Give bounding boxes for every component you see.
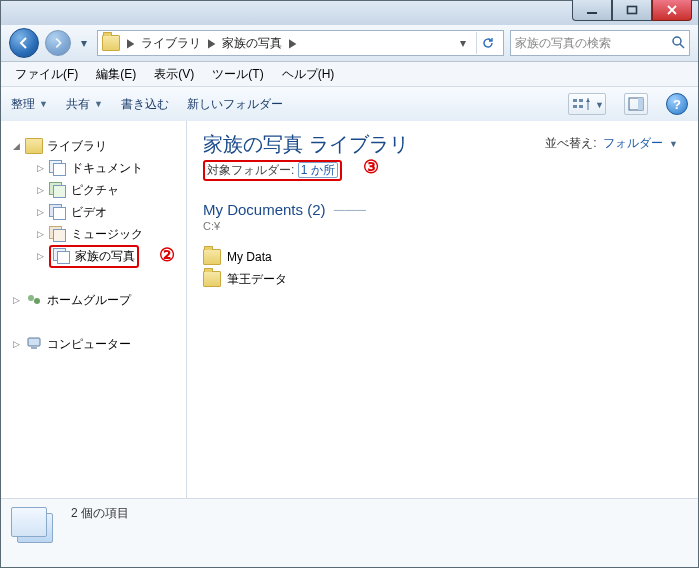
svg-rect-13 xyxy=(28,338,40,346)
annotation-2: ② xyxy=(159,244,175,266)
address-bar[interactable]: ▶ ライブラリ ▶ 家族の写真 ▶ ▾ xyxy=(97,30,504,56)
list-item[interactable]: My Data xyxy=(203,246,682,268)
chevron-right-icon[interactable]: ▷ xyxy=(35,229,45,239)
svg-rect-14 xyxy=(31,347,37,349)
pictures-icon xyxy=(49,182,67,198)
organize-button[interactable]: 整理 ▼ xyxy=(11,96,48,113)
videos-icon xyxy=(49,204,67,220)
new-folder-button[interactable]: 新しいフォルダー xyxy=(187,96,283,113)
tree-label: 家族の写真 xyxy=(75,248,135,265)
address-bar-row: ▾ ▶ ライブラリ ▶ 家族の写真 ▶ ▾ 家族の写真の検索 xyxy=(1,25,698,62)
svg-point-12 xyxy=(34,298,40,304)
menu-help[interactable]: ヘルプ(H) xyxy=(274,64,343,85)
preview-pane-button[interactable] xyxy=(624,93,648,115)
list-item[interactable]: 筆王データ xyxy=(203,268,682,290)
svg-rect-10 xyxy=(638,98,643,110)
libraries-icon xyxy=(25,138,43,154)
details-pane: 2 個の項目 xyxy=(1,498,698,567)
menu-bar: ファイル(F) 編集(E) 表示(V) ツール(T) ヘルプ(H) xyxy=(1,62,698,87)
history-dropdown[interactable]: ▾ xyxy=(77,32,91,54)
view-mode-button[interactable]: ▼ xyxy=(568,93,606,115)
library-targets: 対象フォルダー: 1 か所 ③ xyxy=(203,162,682,179)
tree-label: ピクチャ xyxy=(71,182,119,199)
computer-icon xyxy=(25,336,43,352)
breadcrumb-separator: ▶ xyxy=(287,36,297,50)
sort-by[interactable]: 並べ替え: フォルダー ▼ xyxy=(545,135,678,152)
breadcrumb-current[interactable]: 家族の写真 xyxy=(222,35,282,52)
share-button[interactable]: 共有 ▼ xyxy=(66,96,103,113)
minimize-button[interactable] xyxy=(572,0,612,21)
library-icon xyxy=(53,248,71,264)
maximize-button[interactable] xyxy=(612,0,652,21)
group-header[interactable]: My Documents (2) ─── xyxy=(203,201,682,218)
chevron-right-icon[interactable]: ▷ xyxy=(11,295,21,305)
burn-button[interactable]: 書き込む xyxy=(121,96,169,113)
tree-family-photos[interactable]: ▷ 家族の写真 ② xyxy=(1,245,186,267)
tree-homegroup[interactable]: ▷ ホームグループ xyxy=(1,289,186,311)
refresh-button[interactable] xyxy=(476,32,499,54)
help-button[interactable]: ? xyxy=(666,93,688,115)
address-dropdown[interactable]: ▾ xyxy=(454,36,472,50)
folder-icon xyxy=(203,271,221,287)
targets-label: 対象フォルダー: xyxy=(207,163,294,177)
tree-computer[interactable]: ▷ コンピューター xyxy=(1,333,186,355)
collapse-icon[interactable]: ◢ xyxy=(11,141,21,151)
menu-tools[interactable]: ツール(T) xyxy=(204,64,271,85)
tree-label: ミュージック xyxy=(71,226,143,243)
documents-icon xyxy=(49,160,67,176)
sort-label: 並べ替え: xyxy=(545,136,596,150)
svg-rect-0 xyxy=(587,12,597,14)
menu-file[interactable]: ファイル(F) xyxy=(7,64,86,85)
menu-edit[interactable]: 編集(E) xyxy=(88,64,144,85)
chevron-right-icon[interactable]: ▷ xyxy=(35,207,45,217)
svg-rect-5 xyxy=(573,105,577,108)
svg-rect-3 xyxy=(573,99,577,102)
item-count: 2 個の項目 xyxy=(71,505,129,522)
close-button[interactable] xyxy=(652,0,692,21)
tree-label: ドキュメント xyxy=(71,160,143,177)
homegroup-icon xyxy=(25,292,43,308)
svg-rect-4 xyxy=(579,99,583,102)
breadcrumb-root[interactable]: ライブラリ xyxy=(141,35,201,52)
titlebar xyxy=(1,1,698,25)
tree-libraries[interactable]: ◢ ライブラリ xyxy=(1,135,186,157)
chevron-right-icon[interactable]: ▷ xyxy=(35,185,45,195)
search-placeholder: 家族の写真の検索 xyxy=(515,35,667,52)
selection-icon xyxy=(11,507,59,551)
chevron-right-icon[interactable]: ▷ xyxy=(11,339,21,349)
tree-label: ビデオ xyxy=(71,204,107,221)
content-pane: 家族の写真 ライブラリ 対象フォルダー: 1 か所 ③ 並べ替え: フォルダー … xyxy=(187,121,698,507)
folder-icon xyxy=(203,249,221,265)
tree-label: コンピューター xyxy=(47,336,131,353)
folder-icon xyxy=(102,35,120,51)
svg-text:▼: ▼ xyxy=(595,100,603,110)
tree-label: ホームグループ xyxy=(47,292,131,309)
file-name: My Data xyxy=(227,250,272,264)
search-icon xyxy=(671,35,685,52)
targets-link[interactable]: 1 か所 xyxy=(298,162,338,178)
svg-rect-1 xyxy=(628,7,637,14)
search-input[interactable]: 家族の写真の検索 xyxy=(510,30,690,56)
forward-button[interactable] xyxy=(45,30,71,56)
body: ◢ ライブラリ ▷ ドキュメント ▷ ピクチャ ▷ ビデオ ▷ xyxy=(1,121,698,507)
tree-music[interactable]: ▷ ミュージック xyxy=(1,223,186,245)
svg-point-2 xyxy=(673,37,681,45)
back-button[interactable] xyxy=(9,28,39,58)
chevron-right-icon[interactable]: ▷ xyxy=(35,163,45,173)
toolbar: 整理 ▼ 共有 ▼ 書き込む 新しいフォルダー ▼ ? xyxy=(1,87,698,122)
navigation-pane: ◢ ライブラリ ▷ ドキュメント ▷ ピクチャ ▷ ビデオ ▷ xyxy=(1,121,187,507)
breadcrumb-separator: ▶ xyxy=(125,36,135,50)
file-name: 筆王データ xyxy=(227,271,287,288)
tree-label: ライブラリ xyxy=(47,138,107,155)
explorer-window: ▾ ▶ ライブラリ ▶ 家族の写真 ▶ ▾ 家族の写真の検索 ファイル(F) 編… xyxy=(0,0,699,568)
file-list: My Data 筆王データ xyxy=(203,246,682,290)
svg-rect-6 xyxy=(579,105,583,108)
annotation-3: ③ xyxy=(363,156,379,178)
group-path: C:¥ xyxy=(203,220,682,232)
sort-value: フォルダー xyxy=(603,136,663,150)
chevron-right-icon[interactable]: ▷ xyxy=(35,251,45,261)
tree-videos[interactable]: ▷ ビデオ xyxy=(1,201,186,223)
tree-pictures[interactable]: ▷ ピクチャ xyxy=(1,179,186,201)
tree-documents[interactable]: ▷ ドキュメント xyxy=(1,157,186,179)
menu-view[interactable]: 表示(V) xyxy=(146,64,202,85)
